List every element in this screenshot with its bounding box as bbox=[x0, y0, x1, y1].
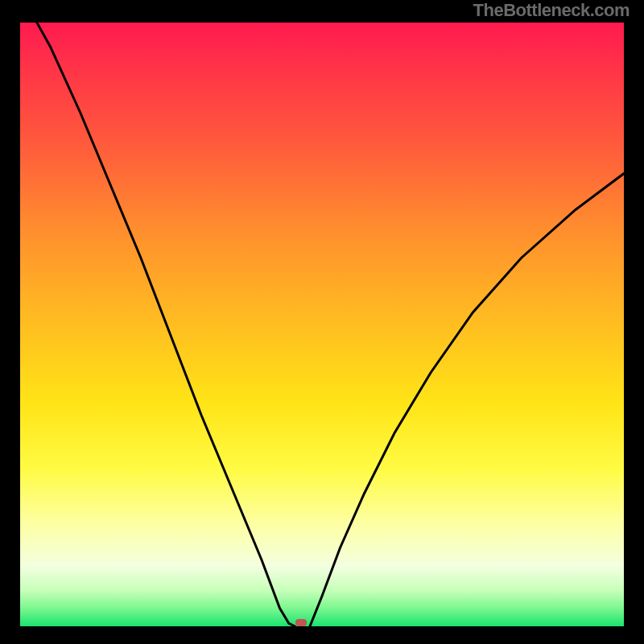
bottleneck-curve-left-path bbox=[20, 23, 295, 626]
attribution-label: TheBottleneck.com bbox=[473, 0, 630, 21]
plot-area bbox=[20, 23, 624, 626]
bottleneck-curve-svg bbox=[20, 23, 624, 626]
bottleneck-curve-right-path bbox=[310, 174, 624, 627]
optimum-marker bbox=[295, 619, 307, 626]
chart-frame: TheBottleneck.com bbox=[0, 0, 644, 644]
